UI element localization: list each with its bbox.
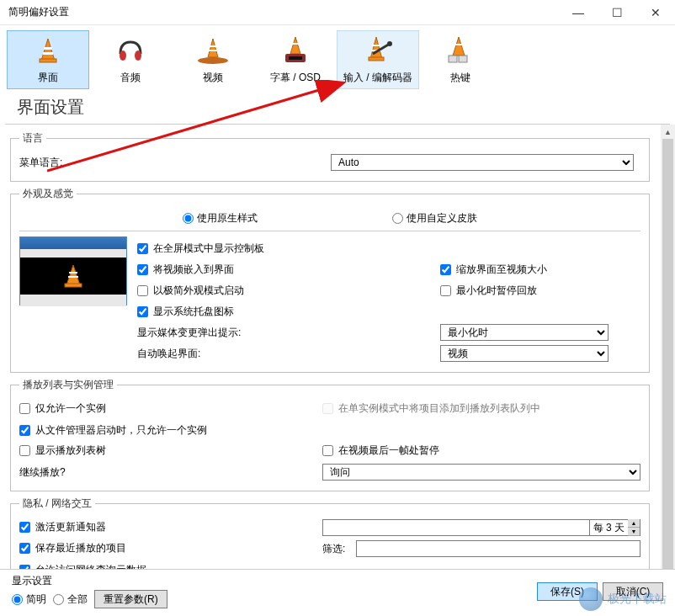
radio-simple[interactable]: 简明 [12,592,46,607]
checkbox-enqueue-single-instance: 在单实例模式中将项目添加到播放列表队列中 [322,401,540,416]
maximize-button[interactable]: ☐ [598,0,636,25]
legend-language: 语言 [19,131,46,146]
input-filter[interactable] [356,540,640,557]
preview-thumbnail [19,236,127,305]
svg-point-5 [135,50,141,61]
legend-privacy: 隐私 / 网络交互 [19,497,95,511]
cancel-button[interactable]: 取消(C) [603,582,663,601]
select-media-change-notify[interactable]: 最小化时 [440,324,609,341]
svg-rect-21 [449,56,457,62]
svg-rect-16 [372,45,380,46]
window-title: 简明偏好设置 [8,5,559,19]
svg-point-18 [387,41,392,46]
cone-film-icon [196,31,230,69]
checkbox-resize-to-video[interactable]: 缩放界面至视频大小 [440,263,547,277]
tab-label: 音频 [120,71,141,85]
chevron-up-icon[interactable]: ▲ [628,519,640,528]
main-content: 语言 菜单语言: Auto 外观及感觉 使用原生样式 使用自定义皮肤 在全屏模式… [0,125,675,596]
svg-rect-22 [459,56,467,62]
label-menu-language: 菜单语言: [19,156,137,170]
label-auto-raise: 自动唤起界面: [137,347,200,361]
page-title: 界面设置 [5,93,670,125]
group-playlist: 播放列表与实例管理 仅允许一个实例 在单实例模式中将项目添加到播放列表队列中 从… [10,378,650,491]
svg-point-4 [120,50,126,61]
checkbox-one-instance[interactable]: 仅允许一个实例 [19,401,106,416]
label-media-change-notify: 显示媒体变更弹出提示: [137,326,241,340]
minimize-button[interactable]: — [559,0,598,25]
input-update-blank[interactable] [322,519,590,536]
tab-input-codecs[interactable]: 输入 / 编解码器 [337,30,419,89]
radio-all[interactable]: 全部 [53,592,88,607]
cone-plug-icon [361,31,395,69]
checkbox-pause-on-minimize[interactable]: 最小化时暂停回放 [440,284,537,298]
svg-rect-1 [40,59,56,62]
checkbox-show-playlist-tree[interactable]: 显示播放列表树 [19,443,106,458]
save-button[interactable]: 保存(S) [537,582,598,601]
checkbox-minimal-start[interactable]: 以极简外观模式启动 [137,284,244,298]
category-toolbar: 界面 音频 视频 字幕 / OSD 输入 / 编解码器 热键 [0,25,675,93]
tab-label: 界面 [38,71,58,85]
label-filter: 筛选: [322,543,345,555]
group-appearance: 外观及感觉 使用原生样式 使用自定义皮肤 在全屏模式中显示控制板 将视频嵌入到界… [10,187,650,373]
tab-label: 输入 / 编解码器 [343,71,412,85]
svg-rect-25 [69,272,77,273]
svg-marker-19 [453,37,465,56]
select-menu-language[interactable]: Auto [331,154,634,171]
titlebar: 简明偏好设置 — ☐ ✕ [0,0,675,25]
footer: 显示设置 简明 全部 重置参数(R) 保存(S) 取消(C) [0,569,675,616]
svg-rect-11 [291,43,300,45]
scrollbar[interactable]: ▲ ▼ [661,125,675,596]
cone-board-icon [279,31,312,69]
radio-custom-skin[interactable]: 使用自定义皮肤 [392,211,477,226]
radio-native-style[interactable]: 使用原生样式 [183,211,258,226]
svg-rect-26 [68,276,78,278]
checkbox-embed-video[interactable]: 将视频嵌入到界面 [137,263,234,277]
legend-playlist: 播放列表与实例管理 [19,378,117,392]
select-continue-playback[interactable]: 询问 [322,464,640,481]
tab-label: 视频 [203,71,223,85]
svg-rect-15 [369,57,384,61]
group-language: 语言 菜单语言: Auto [10,131,650,182]
svg-marker-7 [208,39,218,57]
label-continue-playback: 继续播放? [19,466,66,478]
svg-marker-23 [66,265,80,285]
checkbox-systray-icon[interactable]: 显示系统托盘图标 [137,305,234,319]
spinner-update-days[interactable]: 每 3 天 ▲▼ [589,519,640,536]
chevron-down-icon[interactable]: ▼ [628,528,640,536]
checkbox-save-recent[interactable]: 保存最近播放的项目 [19,541,126,555]
label-display-settings: 显示设置 [12,574,164,588]
legend-appearance: 外观及感觉 [19,187,77,201]
cone-keys-icon [444,31,477,69]
tab-video[interactable]: 视频 [172,30,254,89]
svg-rect-2 [44,47,52,50]
scroll-up-icon[interactable]: ▲ [661,125,675,139]
svg-rect-20 [454,44,463,45]
tab-label: 字幕 / OSD [270,71,321,85]
checkbox-show-controls-fullscreen[interactable]: 在全屏模式中显示控制板 [137,242,264,256]
cone-icon [33,31,63,69]
checkbox-pause-last-frame[interactable]: 在视频最后一帧处暂停 [322,443,439,458]
tab-interface[interactable]: 界面 [7,30,89,89]
tab-label: 热键 [450,71,470,85]
tab-hotkeys[interactable]: 热键 [419,30,502,89]
tab-audio[interactable]: 音频 [89,30,172,89]
svg-rect-13 [289,56,302,60]
svg-point-6 [198,57,228,64]
close-button[interactable]: ✕ [636,0,675,25]
svg-rect-9 [208,50,218,51]
select-auto-raise[interactable]: 视频 [440,345,609,362]
headphones-icon [115,31,146,69]
svg-rect-24 [65,284,82,287]
checkbox-activate-updates[interactable]: 激活更新通知器 [19,520,106,534]
checkbox-one-instance-from-fm[interactable]: 从文件管理器启动时，只允许一个实例 [19,423,207,438]
svg-marker-10 [290,37,300,54]
svg-rect-3 [43,52,53,55]
reset-button[interactable]: 重置参数(R) [94,590,167,608]
tab-subtitles[interactable]: 字幕 / OSD [254,30,337,89]
svg-rect-8 [209,45,217,47]
